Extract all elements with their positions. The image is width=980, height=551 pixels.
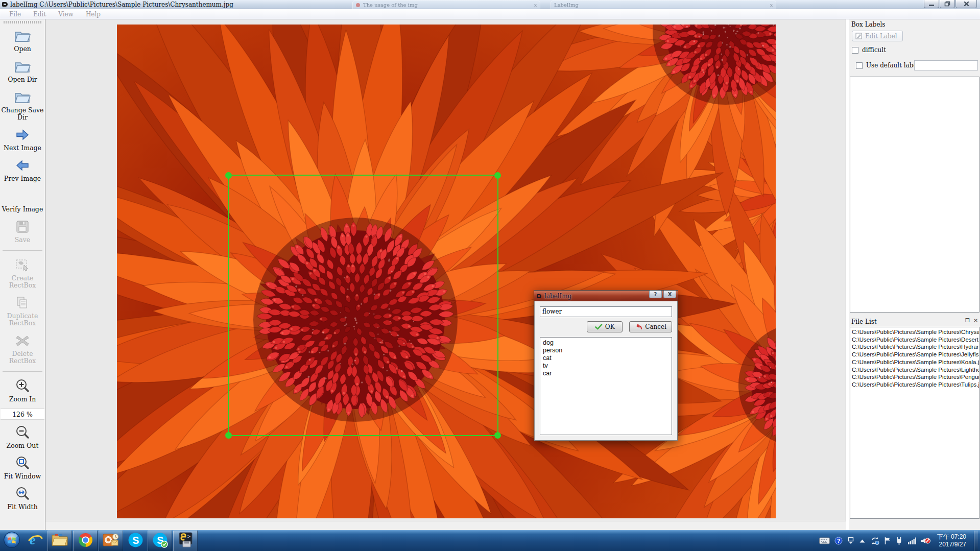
toolbar-item-fit-width[interactable]: Fit Width (1, 486, 44, 511)
dialog-body: OK Cancel dogpersoncattvcar (534, 301, 678, 441)
taskbar-skype[interactable]: S (124, 531, 147, 551)
toolbar-item-next-image[interactable]: Next Image (1, 127, 44, 152)
help-icon[interactable]: ? (834, 537, 843, 545)
bbox-handle-topleft[interactable] (225, 172, 232, 179)
toolbar-item-label: Zoom In (9, 396, 36, 403)
label-option-tv[interactable]: tv (543, 362, 672, 370)
taskbar-labelimg-python[interactable]: > (173, 531, 198, 551)
popup-window-icon[interactable] (847, 537, 854, 545)
bbox-handle-bottomleft[interactable] (225, 432, 232, 439)
use-default-label-text: Use default label (866, 62, 919, 69)
arrow-right-icon (15, 127, 30, 143)
bbox-handle-bottomright[interactable] (494, 432, 501, 439)
restore-button[interactable] (940, 0, 955, 8)
volume-muted-icon[interactable] (921, 537, 930, 545)
check-icon (595, 324, 603, 330)
label-option-dog[interactable]: dog (543, 339, 672, 347)
taskbar-chrome[interactable] (73, 531, 98, 551)
chrysanthemum-photo (117, 25, 776, 518)
toolbar-item-zoom-out[interactable]: Zoom Out (1, 424, 44, 449)
toolbar-item-prev-image[interactable]: Prev Image (1, 157, 44, 182)
show-hidden-icon[interactable] (859, 539, 866, 543)
menu-help[interactable]: Help (81, 10, 106, 18)
tab-favicon (356, 3, 360, 7)
skype-icon: S (128, 532, 144, 550)
toolbar-item-duplicate-rectbox[interactable]: Duplicate RectBox (1, 295, 44, 327)
toolbar-item-label: Delete RectBox (1, 350, 44, 365)
taskbar-skype-online[interactable]: S (148, 531, 172, 551)
taskbar-outlook[interactable] (99, 531, 123, 551)
label-options-list[interactable]: dogpersoncattvcar (540, 337, 672, 435)
action-flag-icon[interactable] (884, 537, 891, 545)
svg-text:>: > (187, 534, 190, 539)
use-default-label-checkbox[interactable] (856, 62, 863, 69)
minimize-button[interactable] (924, 0, 939, 8)
dialog-help-button[interactable]: ? (649, 291, 662, 298)
menu-file[interactable]: File (4, 10, 26, 18)
file-list-item[interactable]: C:\Users\Public\Pictures\Sample Pictures… (850, 358, 979, 366)
label-option-car[interactable]: car (543, 370, 672, 377)
window-controls (923, 0, 977, 8)
menu-view[interactable]: View (53, 10, 79, 18)
pencil-icon (855, 33, 863, 39)
cancel-label: Cancel (645, 323, 666, 330)
taskbar-file-explorer[interactable] (47, 531, 72, 551)
box-labels-list[interactable] (850, 77, 979, 313)
float-dock-icon[interactable]: ❐ (965, 318, 970, 323)
toolbar-item-verify-image[interactable]: Verify Image (1, 188, 44, 213)
dialog-close-button[interactable]: X (663, 291, 676, 298)
edit-label-text: Edit Label (865, 33, 897, 40)
keyboard-icon[interactable] (819, 537, 830, 544)
toolbar-item-label: Zoom Out (7, 442, 39, 449)
toolbar-item-delete-rectbox[interactable]: Delete RectBox (1, 332, 44, 365)
cancel-button[interactable]: Cancel (629, 321, 672, 332)
label-option-person[interactable]: person (543, 347, 672, 354)
taskbar-start[interactable] (0, 531, 23, 551)
file-list-item[interactable]: C:\Users\Public\Pictures\Sample Pictures… (850, 328, 979, 336)
toolbar: OpenOpen DirChange Save DirNext ImagePre… (0, 19, 45, 530)
edit-label-button[interactable]: Edit Label (852, 31, 903, 41)
network-signal-icon[interactable] (907, 537, 916, 544)
file-list[interactable]: C:\Users\Public\Pictures\Sample Pictures… (850, 327, 979, 519)
menu-edit[interactable]: Edit (28, 10, 51, 18)
file-list-item[interactable]: C:\Users\Public\Pictures\Sample Pictures… (850, 381, 979, 389)
toolbar-item-open-dir[interactable]: Open Dir (1, 58, 44, 83)
duplicate-icon (15, 295, 30, 311)
bbox-handle-topright[interactable] (494, 172, 501, 179)
file-list-item[interactable]: C:\Users\Public\Pictures\Sample Pictures… (850, 366, 979, 374)
zoom-level-input[interactable]: 126 % (1, 409, 44, 420)
menu-bar: FileEditViewHelp (0, 9, 980, 19)
label-dialog: labelImg ? X OK Cancel dogpersoncattvcar (534, 290, 678, 441)
right-panel: Box Labels Edit Label difficult Use defa… (849, 19, 980, 530)
image-canvas[interactable] (45, 19, 846, 521)
toolbar-item-save[interactable]: Save (1, 219, 44, 244)
file-list-item[interactable]: C:\Users\Public\Pictures\Sample Pictures… (850, 373, 979, 381)
toolbar-item-change-save-dir[interactable]: Change Save Dir (1, 89, 44, 121)
ok-button[interactable]: OK (587, 321, 623, 332)
file-list-item[interactable]: C:\Users\Public\Pictures\Sample Pictures… (850, 351, 979, 358)
file-list-item[interactable]: C:\Users\Public\Pictures\Sample Pictures… (850, 336, 979, 344)
label-option-cat[interactable]: cat (543, 354, 672, 362)
toolbar-item-label: Next Image (4, 145, 41, 152)
toolbar-drag-handle[interactable] (4, 21, 41, 23)
file-list-header: File List (849, 318, 980, 326)
toolbar-item-zoom-in[interactable]: Zoom In (1, 378, 44, 403)
power-plug-icon[interactable] (896, 537, 903, 545)
annotation-bbox[interactable] (228, 175, 498, 436)
tab-close-icon: x (770, 3, 773, 8)
close-button[interactable] (955, 0, 977, 8)
dialog-titlebar[interactable]: labelImg ? X (534, 291, 678, 301)
default-label-input[interactable] (914, 60, 978, 70)
toolbar-item-fit-window[interactable]: Fit Window (1, 455, 44, 480)
toolbar-separator (3, 250, 42, 251)
label-name-input[interactable] (540, 306, 672, 317)
difficult-checkbox[interactable] (852, 47, 858, 54)
close-dock-icon[interactable]: ✕ (974, 318, 978, 323)
file-list-item[interactable]: C:\Users\Public\Pictures\Sample Pictures… (850, 343, 979, 351)
show-desktop-button[interactable] (974, 531, 978, 551)
sync-icon[interactable] (871, 537, 879, 545)
taskbar-clock[interactable]: 下午 07:20 2017/9/27 (935, 533, 969, 548)
toolbar-item-open[interactable]: Open (1, 28, 44, 53)
toolbar-item-create-rectbox[interactable]: Create RectBox (1, 257, 44, 289)
taskbar-internet-explorer[interactable]: e (23, 531, 47, 551)
